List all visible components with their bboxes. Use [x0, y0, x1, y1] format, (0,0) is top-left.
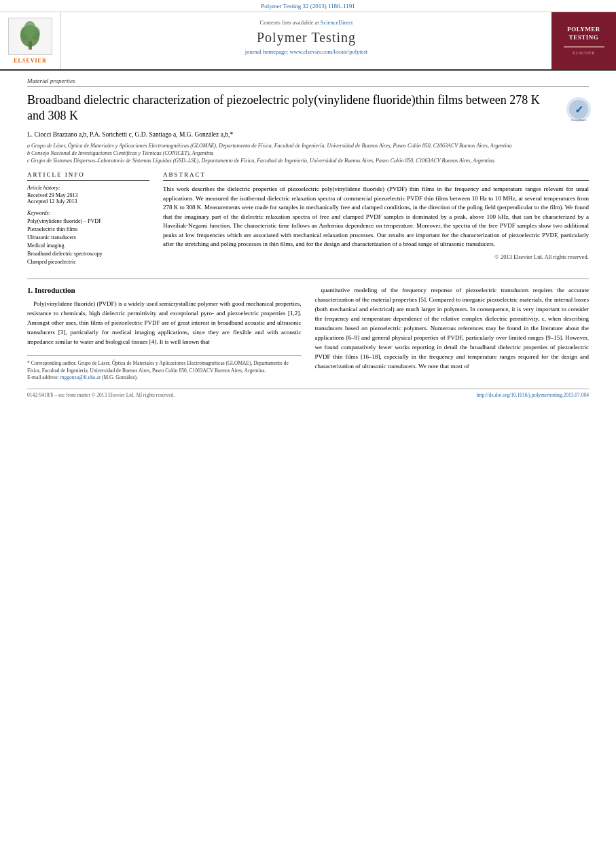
footer-left: 0142-9418/$ – see front matter © 2013 El… [27, 392, 175, 398]
affiliation-a: a Grupo de Láser, Óptica de Materiales y… [27, 142, 589, 149]
contents-available-text: Contents lists available at ScienceDirec… [75, 19, 538, 26]
keywords-list: Poly(vinylidene fluoride) – PVDF Piezoel… [27, 217, 149, 266]
main-content: Material properties Broadband dielectric… [0, 71, 616, 405]
journal-homepage: journal homepage: www.elsevier.com/locat… [75, 48, 538, 55]
footnote-corresponding: * Corresponding author. Grupo de Láser, … [27, 360, 302, 374]
keyword-6: Clamped piezoelectric [27, 258, 149, 266]
journal-title-area: Contents lists available at ScienceDirec… [61, 12, 551, 69]
abstract-title: ABSTRACT [163, 171, 589, 181]
accepted-date: Accepted 12 July 2013 [27, 198, 149, 204]
svg-text:CrossMark: CrossMark [571, 118, 587, 122]
elsevier-tree-icon [15, 21, 46, 52]
authors: L. Ciocci Brazzano a,b, P.A. Sorichetti … [27, 131, 589, 138]
page-footer: 0142-9418/$ – see front matter © 2013 El… [27, 389, 589, 398]
elsevier-logo-area: ELSEVIER [0, 12, 61, 69]
affiliation-b: b Consejo Nacional de Investigaciones Ci… [27, 149, 589, 157]
elsevier-logo-image [8, 18, 52, 55]
keyword-5: Broadband dielectric spectroscopy [27, 250, 149, 258]
section-divider [27, 279, 589, 279]
footnote-email: E-mail address: mggonza@fi.uba.ar (M.G. … [27, 374, 302, 382]
crossmark-svg: ✓ CrossMark [565, 96, 592, 123]
journal-header: ELSEVIER Contents lists available at Sci… [0, 12, 616, 71]
journal-title: Polymer Testing [75, 30, 538, 46]
journal-citation: Polymer Testing 32 (2013) 1186–1191 [0, 0, 616, 12]
intro-right-text: quantitative modeling of the frequency r… [315, 286, 590, 371]
elsevier-logo: ELSEVIER [8, 18, 52, 64]
intro-left-text: Poly(vinylidene fluoride) (PVDF) is a wi… [27, 300, 302, 347]
elsevier-text: ELSEVIER [8, 58, 52, 64]
brand-divider [564, 46, 604, 48]
introduction-section: 1. Introduction Poly(vinylidene fluoride… [27, 286, 589, 381]
keywords-label: Keywords: [27, 210, 149, 216]
history-label: Article history: [27, 185, 149, 191]
keyword-3: Ultrasonic transducers [27, 234, 149, 242]
section-label: Material properties [27, 77, 589, 87]
brand-name: POLYMERTESTING [567, 26, 600, 41]
article-title: Broadband dielectric characterization of… [27, 92, 565, 124]
article-info-title: ARTICLE INFO [27, 171, 149, 181]
keyword-2: Piezoelectric thin films [27, 226, 149, 234]
homepage-link[interactable]: journal homepage: www.elsevier.com/locat… [245, 48, 367, 55]
copyright: © 2013 Elsevier Ltd. All rights reserved… [163, 253, 589, 260]
crossmark-icon: ✓ CrossMark [565, 96, 589, 120]
article-info-col: ARTICLE INFO Article history: Received 2… [27, 171, 149, 272]
keyword-1: Poly(vinylidene fluoride) – PVDF [27, 217, 149, 226]
email-link[interactable]: mggonza@fi.uba.ar [60, 374, 101, 380]
article-title-area: Broadband dielectric characterization of… [27, 92, 589, 124]
brand-area: POLYMERTESTING ELSEVIER [551, 12, 616, 69]
svg-point-4 [24, 21, 36, 37]
footnote-area: * Corresponding author. Grupo de Láser, … [27, 355, 302, 382]
keyword-4: Medical imaging [27, 242, 149, 250]
affiliations: a Grupo de Láser, Óptica de Materiales y… [27, 142, 589, 165]
abstract-text: This work describes the dielectric prope… [163, 185, 589, 249]
brand-sub: ELSEVIER [573, 50, 595, 56]
keywords-group: Keywords: Poly(vinylidene fluoride) – PV… [27, 210, 149, 266]
intro-left-col: 1. Introduction Poly(vinylidene fluoride… [27, 286, 302, 381]
intro-heading: 1. Introduction [27, 286, 302, 294]
article-history: Article history: Received 29 May 2013 Ac… [27, 185, 149, 204]
svg-text:✓: ✓ [575, 104, 583, 115]
footer-doi-link[interactable]: http://dx.doi.org/10.1016/j.polymertesti… [477, 392, 589, 398]
abstract-col: ABSTRACT This work describes the dielect… [163, 171, 589, 272]
received-date: Received 29 May 2013 [27, 192, 149, 198]
affiliation-c: c Grupo de Sistemas Dispersos–Laboratori… [27, 157, 589, 164]
info-abstract-section: ARTICLE INFO Article history: Received 2… [27, 171, 589, 272]
citation-text: Polymer Testing 32 (2013) 1186–1191 [261, 3, 355, 10]
intro-right-col: quantitative modeling of the frequency r… [315, 286, 590, 381]
sciencedirect-link[interactable]: ScienceDirect [321, 19, 353, 26]
